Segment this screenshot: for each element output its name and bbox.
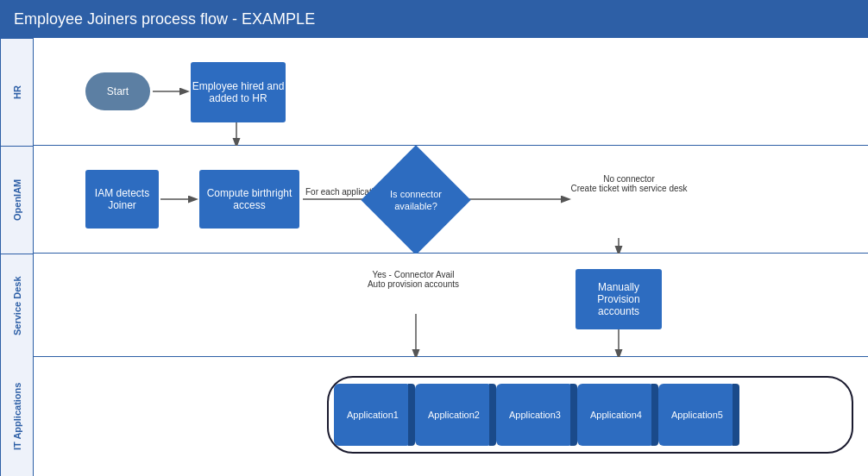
hr-arrows — [34, 38, 868, 145]
title-text: Employee Joiners process flow - EXAMPLE — [14, 10, 315, 28]
applications-group: Application1 Application2 Application3 A… — [327, 376, 853, 454]
app2-node: Application2 — [415, 384, 493, 446]
lane-label-it-apps: IT Applications — [0, 357, 33, 476]
diagram-area: HR OpenIAM Service Desk IT Applications — [0, 38, 868, 476]
compute-birthright-node: Compute birthright access — [199, 170, 299, 229]
openiam-lane: For each application No connector Create… — [34, 146, 868, 254]
app5-node: Application5 — [658, 384, 736, 446]
app1-node: Application1 — [334, 384, 412, 446]
iam-detects-node: IAM detects Joiner — [85, 170, 159, 229]
is-connector-node: Is connector available? — [377, 161, 455, 239]
lane-label-service-desk: Service Desk — [0, 254, 33, 357]
lane-labels: HR OpenIAM Service Desk IT Applications — [0, 38, 33, 476]
diamond-text: Is connector available? — [377, 188, 455, 213]
service-desk-lane: Yes - Connector Avail Auto provision acc… — [34, 254, 868, 357]
app4-node: Application4 — [577, 384, 655, 446]
lanes-content: Start Employee hired and added to HR — [33, 38, 868, 476]
no-connector-label: No connector Create ticket with service … — [569, 165, 689, 193]
app3-node: Application3 — [496, 384, 574, 446]
it-apps-lane: Application1 Application2 Application3 A… — [34, 357, 868, 476]
employee-hired-node: Employee hired and added to HR — [191, 62, 286, 122]
manually-provision-node: Manually Provision accounts — [576, 269, 662, 329]
page-title: Employee Joiners process flow - EXAMPLE — [0, 0, 868, 38]
yes-connector-label: Yes - Connector Avail Auto provision acc… — [344, 260, 482, 289]
start-node: Start — [85, 72, 150, 110]
lane-label-openiam: OpenIAM — [0, 146, 33, 254]
lane-label-hr: HR — [0, 38, 33, 146]
hr-lane: Start Employee hired and added to HR — [34, 38, 868, 146]
